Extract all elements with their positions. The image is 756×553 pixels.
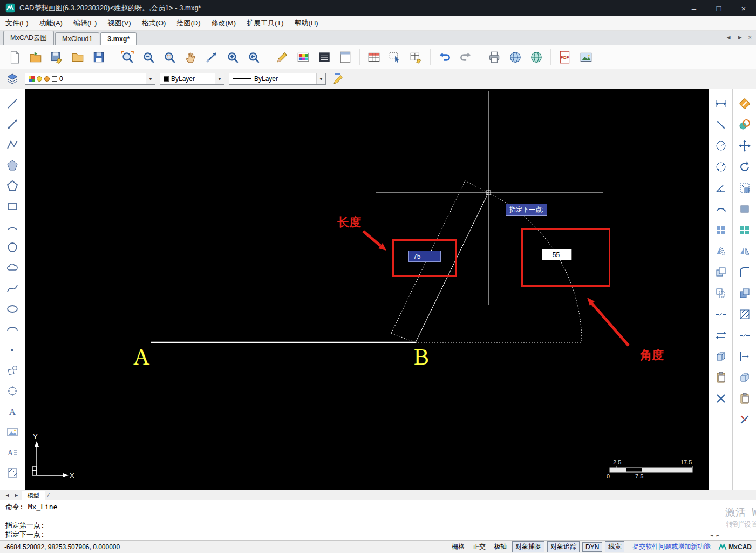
- open-button[interactable]: [67, 47, 88, 68]
- tool-rectangle-button[interactable]: [4, 197, 22, 215]
- linetype-select[interactable]: ByLayer ▼: [229, 73, 326, 85]
- menu-function[interactable]: 功能(A): [34, 16, 68, 30]
- tab-close-icon[interactable]: ×: [748, 34, 752, 41]
- zoom-window-button[interactable]: [159, 47, 180, 68]
- save-button[interactable]: [88, 47, 109, 68]
- table-button[interactable]: [364, 47, 384, 68]
- tool-spline-button[interactable]: [4, 279, 22, 297]
- tool-divide-button[interactable]: [4, 382, 22, 400]
- trim-button[interactable]: [735, 410, 753, 428]
- length-input[interactable]: 75: [408, 251, 441, 262]
- layer-select[interactable]: 0 ▼: [25, 73, 155, 85]
- pan-button[interactable]: [180, 47, 201, 68]
- scale-view-button[interactable]: [201, 47, 222, 68]
- stack-button[interactable]: [735, 284, 753, 302]
- new-button[interactable]: [4, 47, 25, 68]
- rotate-button[interactable]: [735, 158, 753, 176]
- menu-draw[interactable]: 绘图(D): [171, 16, 206, 30]
- hatch-2-button[interactable]: [735, 305, 753, 323]
- toggle-lineweight[interactable]: 线宽: [605, 541, 624, 552]
- menu-modify[interactable]: 修改(M): [206, 16, 241, 30]
- tab-scroll-right-icon[interactable]: ►: [737, 34, 743, 41]
- text-style-button[interactable]: [314, 47, 335, 68]
- array-button[interactable]: [712, 221, 730, 239]
- fillet-button[interactable]: [735, 263, 753, 281]
- select-edit-button[interactable]: [385, 47, 405, 68]
- extend-button[interactable]: [735, 347, 753, 365]
- layout-button[interactable]: [335, 47, 356, 68]
- tool-hatch-button[interactable]: [4, 464, 22, 482]
- scale-button[interactable]: [735, 179, 753, 197]
- command-scroll-left-icon[interactable]: ◄: [710, 532, 713, 538]
- toggle-dyn[interactable]: DYN: [582, 542, 602, 552]
- tool-ray-button[interactable]: [4, 115, 22, 133]
- tab-mxcloud1[interactable]: MxCloud1: [55, 32, 99, 45]
- chevron-down-icon[interactable]: ▼: [316, 73, 325, 84]
- print-button[interactable]: [484, 47, 505, 68]
- open-project-button[interactable]: [25, 47, 46, 68]
- region-button[interactable]: [735, 200, 753, 218]
- tool-circle-button[interactable]: [4, 238, 22, 256]
- tool-text-button[interactable]: A: [4, 402, 22, 420]
- dim-diameter-button[interactable]: [712, 158, 730, 176]
- dim-angular-button[interactable]: [712, 179, 730, 197]
- explode-button[interactable]: [712, 389, 730, 407]
- offset-button[interactable]: [712, 284, 730, 302]
- color-select[interactable]: ByLayer ▼: [160, 73, 224, 85]
- close-button[interactable]: ×: [731, 0, 756, 16]
- tool-line-button[interactable]: [4, 95, 22, 112]
- dim-arc-button[interactable]: [712, 200, 730, 218]
- insert-image-button[interactable]: [576, 47, 596, 68]
- toggle-otrack[interactable]: 对象追踪: [547, 541, 580, 552]
- copy-button[interactable]: [735, 116, 753, 133]
- dim-linear-button[interactable]: [712, 95, 730, 112]
- mirror-button[interactable]: [712, 242, 730, 260]
- tool-image-button[interactable]: [4, 423, 22, 441]
- tool-pentagon-button[interactable]: [4, 177, 22, 194]
- model-tab[interactable]: 模型: [22, 491, 45, 500]
- table-edit-button[interactable]: [406, 47, 426, 68]
- drawing-canvas[interactable]: Y X 2.5 17.5 0 7.5 A B 指定下一点: 75 55 长度 角…: [25, 89, 709, 490]
- clipboard-2-button[interactable]: [735, 389, 753, 407]
- maximize-button[interactable]: □: [706, 0, 731, 16]
- chevron-down-icon[interactable]: ▼: [146, 73, 155, 84]
- web-publish-button[interactable]: [505, 47, 526, 68]
- command-scroll-right-icon[interactable]: ►: [717, 532, 719, 538]
- copy-object-button[interactable]: [712, 263, 730, 281]
- tool-polyline-button[interactable]: [4, 136, 22, 153]
- menu-edit[interactable]: 编辑(E): [68, 16, 102, 30]
- box-3d-2-button[interactable]: [735, 368, 753, 386]
- stretch-button[interactable]: [712, 326, 730, 344]
- command-panel[interactable]: 命令: Mx_Line 指定第一点: 指定下一点: 激活 W 转到“设置 ◄ ►: [0, 500, 756, 540]
- redo-button[interactable]: [455, 47, 476, 68]
- sheet-scroll-right-icon[interactable]: ►: [12, 493, 21, 498]
- menu-view[interactable]: 视图(V): [102, 16, 136, 30]
- zoom-extents-button[interactable]: [117, 47, 138, 68]
- toggle-osnap[interactable]: 对象捕捉: [512, 541, 544, 552]
- dim-radius-button[interactable]: [712, 137, 730, 154]
- menu-express-tools[interactable]: 扩展工具(T): [241, 16, 289, 30]
- tool-revcloud-button[interactable]: [4, 259, 22, 276]
- minimize-button[interactable]: –: [682, 0, 706, 16]
- break-2-button[interactable]: [735, 326, 753, 344]
- paste-button[interactable]: [712, 368, 730, 386]
- erase-button[interactable]: [735, 95, 753, 112]
- tool-ellipse-button[interactable]: [4, 300, 22, 318]
- draw-pencil-button[interactable]: [272, 47, 292, 68]
- dim-aligned-button[interactable]: [712, 116, 730, 133]
- tool-block-button[interactable]: [4, 361, 22, 379]
- match-properties-button[interactable]: [330, 71, 346, 87]
- tab-scroll-left-icon[interactable]: ◄: [726, 34, 732, 41]
- color-palette-button[interactable]: [293, 47, 314, 68]
- toggle-grid[interactable]: 栅格: [449, 542, 467, 552]
- menu-format[interactable]: 格式(O): [137, 16, 172, 30]
- sheet-scroll-left-icon[interactable]: ◄: [3, 493, 11, 498]
- save-as-button[interactable]: [46, 47, 67, 68]
- feedback-link[interactable]: 提交软件问题或增加新功能: [632, 542, 710, 551]
- zoom-out-button[interactable]: [138, 47, 159, 68]
- break-button[interactable]: [712, 305, 730, 323]
- layer-manager-button[interactable]: [4, 71, 21, 87]
- web-cloud-button[interactable]: [526, 47, 547, 68]
- pdf-export-button[interactable]: PDF: [555, 47, 575, 68]
- box-3d-button[interactable]: [712, 347, 730, 365]
